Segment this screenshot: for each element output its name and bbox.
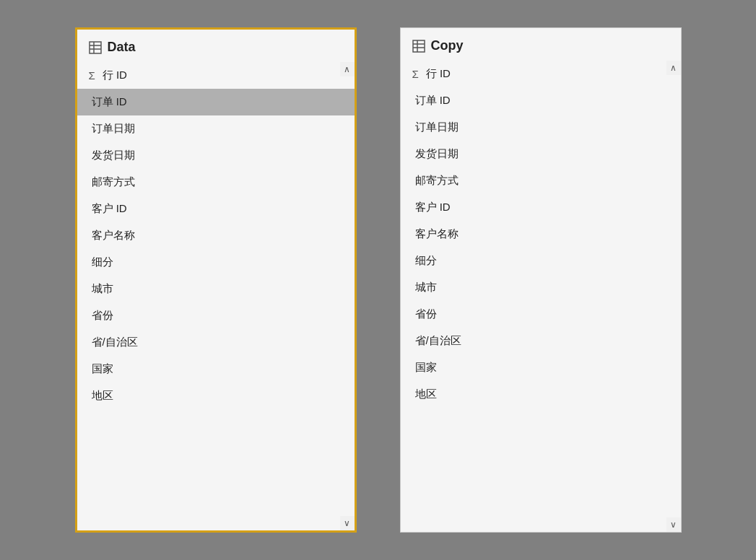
field-item-sheng-zizhiqu-c[interactable]: 省/自治区 — [401, 328, 681, 354]
field-label-dingdan-id-c: 订单 ID — [415, 94, 451, 108]
copy-panel-field-list: Σ行 ID订单 ID订单日期发货日期邮寄方式客户 ID客户名称细分城市省份省/自… — [401, 61, 681, 532]
field-item-shengfen-c[interactable]: 省份 — [401, 301, 681, 328]
field-item-kehu-mingcheng-c[interactable]: 客户名称 — [401, 221, 681, 248]
field-label-fahuo-riqi: 发货日期 — [92, 149, 135, 162]
field-label-kehu-mingcheng-c: 客户名称 — [415, 227, 459, 241]
field-label-sheng-zizhiqu-c: 省/自治区 — [415, 334, 461, 348]
data-panel-title: Data — [108, 40, 136, 55]
svg-rect-0 — [90, 42, 101, 53]
field-label-xifen: 细分 — [92, 255, 113, 269]
data-panel-field-list: Σ行 ID订单 ID订单日期发货日期邮寄方式客户 ID客户名称细分城市省份省/自… — [77, 62, 355, 530]
field-label-kehu-id-c: 客户 ID — [415, 201, 451, 214]
field-item-xifen[interactable]: 细分 — [77, 249, 355, 276]
scroll-down-button[interactable]: ∨ — [666, 517, 681, 532]
scroll-up-button[interactable]: ∧ — [340, 62, 355, 76]
field-label-dingdan-id: 订单 ID — [92, 95, 127, 109]
field-item-diqu-c[interactable]: 地区 — [401, 381, 681, 408]
field-item-hang-id[interactable]: Σ行 ID — [77, 62, 355, 89]
field-item-kehu-id-c[interactable]: 客户 ID — [401, 194, 681, 221]
field-item-kehu-mingcheng[interactable]: 客户名称 — [77, 222, 355, 249]
copy-panel-body: ∧Σ行 ID订单 ID订单日期发货日期邮寄方式客户 ID客户名称细分城市省份省/… — [401, 61, 681, 532]
field-label-guojia-c: 国家 — [415, 361, 437, 375]
field-label-guojia: 国家 — [92, 362, 113, 376]
svg-rect-4 — [413, 40, 425, 52]
field-label-chengshi: 城市 — [92, 282, 113, 296]
field-item-guojia[interactable]: 国家 — [77, 356, 355, 382]
data-panel-header: Data — [77, 30, 355, 62]
copy-panel-header: Copy — [401, 28, 681, 61]
table-icon — [89, 41, 102, 54]
field-label-chengshi-c: 城市 — [415, 281, 437, 294]
scroll-up-button[interactable]: ∧ — [666, 61, 681, 75]
field-item-chengshi[interactable]: 城市 — [77, 276, 355, 302]
field-item-youji-fangshi-c[interactable]: 邮寄方式 — [401, 167, 681, 194]
field-item-shengfen[interactable]: 省份 — [77, 302, 355, 329]
sigma-icon: Σ — [89, 69, 95, 82]
field-item-fahuo-riqi[interactable]: 发货日期 — [77, 142, 355, 169]
field-label-kehu-mingcheng: 客户名称 — [92, 229, 135, 242]
field-label-youji-fangshi-c: 邮寄方式 — [415, 174, 459, 188]
scroll-down-button[interactable]: ∨ — [340, 516, 355, 530]
field-item-chengshi-c[interactable]: 城市 — [401, 274, 681, 301]
field-label-sheng-zizhiqu: 省/自治区 — [92, 336, 138, 349]
field-label-kehu-id: 客户 ID — [92, 202, 127, 216]
field-item-sheng-zizhiqu[interactable]: 省/自治区 — [77, 329, 355, 356]
field-item-dingdan-id[interactable]: 订单 ID — [77, 89, 355, 115]
field-label-hang-id-c: 行 ID — [426, 67, 451, 81]
field-item-xifen-c[interactable]: 细分 — [401, 248, 681, 274]
sigma-icon: Σ — [412, 68, 419, 80]
field-label-youji-fangshi: 邮寄方式 — [92, 175, 135, 189]
field-label-dingdan-riqi-c: 订单日期 — [415, 121, 459, 134]
field-item-diqu[interactable]: 地区 — [77, 382, 355, 409]
copy-panel: Copy∧Σ行 ID订单 ID订单日期发货日期邮寄方式客户 ID客户名称细分城市… — [400, 27, 682, 533]
field-item-guojia-c[interactable]: 国家 — [401, 354, 681, 381]
table-icon — [412, 40, 425, 53]
field-label-shengfen: 省份 — [92, 309, 113, 323]
field-label-shengfen-c: 省份 — [415, 307, 437, 321]
data-panel: Data∧Σ行 ID订单 ID订单日期发货日期邮寄方式客户 ID客户名称细分城市… — [75, 27, 357, 533]
field-label-fahuo-riqi-c: 发货日期 — [415, 147, 459, 161]
field-item-hang-id-c[interactable]: Σ行 ID — [401, 61, 681, 87]
field-label-diqu: 地区 — [92, 389, 113, 403]
field-label-xifen-c: 细分 — [415, 254, 437, 268]
field-label-diqu-c: 地区 — [415, 388, 437, 401]
field-item-dingdan-riqi-c[interactable]: 订单日期 — [401, 114, 681, 141]
field-item-dingdan-id-c[interactable]: 订单 ID — [401, 87, 681, 114]
field-label-dingdan-riqi: 订单日期 — [92, 122, 135, 136]
field-item-kehu-id[interactable]: 客户 ID — [77, 196, 355, 222]
panels-container: Data∧Σ行 ID订单 ID订单日期发货日期邮寄方式客户 ID客户名称细分城市… — [75, 27, 682, 533]
field-item-dingdan-riqi[interactable]: 订单日期 — [77, 115, 355, 142]
data-panel-body: ∧Σ行 ID订单 ID订单日期发货日期邮寄方式客户 ID客户名称细分城市省份省/… — [77, 62, 355, 530]
copy-panel-title: Copy — [431, 38, 464, 53]
field-item-youji-fangshi[interactable]: 邮寄方式 — [77, 169, 355, 196]
field-label-hang-id: 行 ID — [103, 69, 127, 82]
field-item-fahuo-riqi-c[interactable]: 发货日期 — [401, 141, 681, 167]
